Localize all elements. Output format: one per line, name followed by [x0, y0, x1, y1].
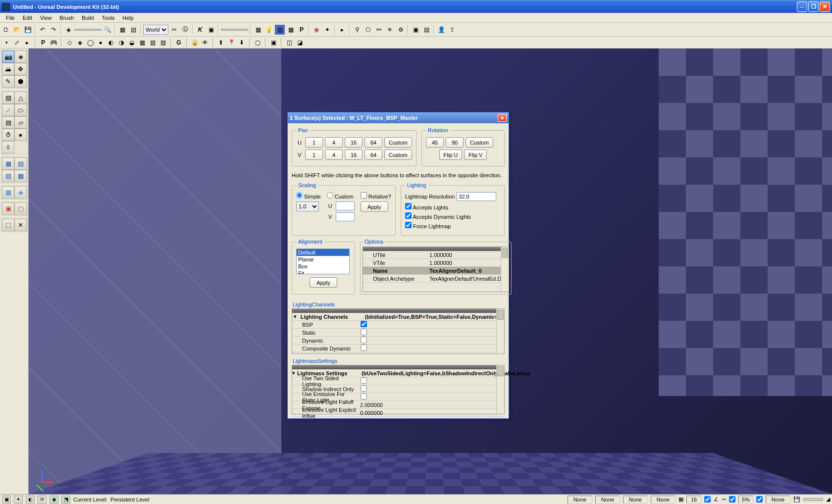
alignment-item-fit[interactable]: Fit — [297, 270, 349, 274]
chevron-right-icon[interactable]: ▸ — [23, 38, 32, 47]
pan-v-64-button[interactable]: 64 — [364, 150, 382, 160]
farplane-slider[interactable] — [221, 29, 248, 31]
pawn-icon[interactable]: ⚲ — [352, 25, 362, 35]
cone-brush-icon[interactable]: △ — [14, 92, 27, 104]
scaling-u-input[interactable] — [336, 202, 355, 210]
move-mode-icon[interactable]: ✥ — [14, 63, 27, 75]
sb-field-2[interactable]: None — [595, 496, 620, 504]
accepts-dynamic-checkbox[interactable]: Accepts Dynamic Lights — [405, 212, 471, 220]
pan-v-4-button[interactable]: 4 — [325, 150, 343, 160]
curvedstair-brush-icon[interactable]: ⟋ — [2, 104, 14, 116]
camera-loc-icon[interactable]: ⬇ — [237, 38, 246, 47]
sb-percent[interactable]: 5% — [738, 496, 753, 504]
open-icon[interactable]: 📂 — [12, 25, 22, 35]
cut-icon[interactable]: ✂ — [169, 25, 179, 35]
linearstair-brush-icon[interactable]: ▤ — [2, 116, 14, 129]
alignment-listbox[interactable]: Default Planar Box Fit — [296, 249, 350, 274]
game-icon[interactable]: 🎮 — [49, 38, 58, 47]
wireframe-icon[interactable]: ◇ — [65, 38, 74, 47]
csg-deintersect-icon[interactable]: ▩ — [14, 170, 27, 182]
lm-twosided-checkbox[interactable] — [361, 377, 367, 384]
sb-field-3[interactable]: None — [623, 496, 648, 504]
sb-check3[interactable] — [756, 496, 763, 503]
texture-mode-icon[interactable]: ✎ — [2, 75, 14, 88]
link-icon[interactable]: ⚯ — [374, 25, 384, 35]
sb-scale-icon[interactable]: ⬔ — [61, 496, 70, 504]
rotate-90-button[interactable]: 90 — [446, 137, 464, 148]
menu-edit[interactable]: Edit — [19, 14, 36, 22]
csg-subtract-icon[interactable]: ▧ — [14, 157, 27, 170]
rotate-custom-button[interactable]: Custom — [466, 137, 493, 148]
pan-u-64-button[interactable]: 64 — [364, 137, 382, 148]
sb-check1[interactable] — [704, 496, 711, 503]
close-button[interactable]: ✕ — [820, 1, 830, 12]
utile-val[interactable]: 1.000000 — [427, 252, 509, 258]
lightmap-density-icon[interactable]: ▨ — [158, 38, 167, 47]
matinee-icon[interactable]: ▣ — [206, 25, 216, 35]
lm-explicit-input[interactable] — [359, 408, 504, 417]
volumetric-brush-icon[interactable]: ◊ — [2, 141, 14, 153]
mesh-paint-icon[interactable]: ⬢ — [14, 75, 27, 88]
lm-shadow-checkbox[interactable] — [361, 385, 367, 392]
lc-dynamic-checkbox[interactable] — [361, 337, 367, 343]
pan-u-16-button[interactable]: 16 — [345, 137, 363, 148]
eye-icon[interactable]: 👁 — [201, 38, 209, 47]
vtile-val[interactable]: 1.000000 — [427, 260, 509, 266]
lc-composite-checkbox[interactable] — [361, 345, 367, 351]
sb-field-4[interactable]: None — [651, 496, 676, 504]
hide-selected-icon[interactable]: ▢ — [14, 202, 27, 215]
select-all-icon[interactable]: ✕ — [14, 219, 27, 231]
sb-none-end[interactable]: None — [766, 496, 790, 504]
sb-check2[interactable] — [729, 496, 735, 503]
minimize-button[interactable]: ─ — [797, 1, 807, 12]
transform-slider[interactable] — [74, 29, 102, 31]
scaling-value-dropdown[interactable]: 1.0 — [296, 202, 319, 211]
sb-autosave-icon[interactable]: 💾 — [793, 496, 800, 503]
build-all-icon[interactable]: P — [297, 25, 307, 35]
volume-brush-icon[interactable]: ◈ — [14, 186, 27, 199]
rotate-45-button[interactable]: 45 — [426, 137, 444, 148]
build-geom-icon[interactable]: ▦ — [253, 25, 263, 35]
texture-density-icon[interactable]: ▦ — [138, 38, 147, 47]
maximize-button[interactable]: ❐ — [808, 1, 819, 12]
sb-stream-icon[interactable]: ⟳ — [38, 496, 47, 504]
pan-v-1-button[interactable]: 1 — [305, 150, 323, 160]
user-icon[interactable]: 👤 — [436, 25, 446, 35]
dialog-close-button[interactable]: ✕ — [498, 114, 507, 122]
pan-u-custom-button[interactable]: Custom — [384, 137, 412, 148]
spiralstair-brush-icon[interactable]: ⥀ — [2, 129, 14, 141]
unreal-icon[interactable]: Ⓤ — [180, 25, 190, 35]
pan-u-4-button[interactable]: 4 — [325, 137, 343, 148]
sb-prefab-icon[interactable]: ▣ — [2, 496, 11, 504]
build-paths-icon[interactable]: ▨ — [275, 25, 285, 35]
expand-lc-icon[interactable]: ▾ — [292, 313, 299, 320]
lm-emissive-checkbox[interactable] — [361, 393, 367, 400]
undo-icon[interactable]: ↶ — [38, 25, 48, 35]
menu-brush[interactable]: Brush — [55, 14, 78, 22]
detail-light-icon[interactable]: ◐ — [106, 38, 115, 47]
lm-scrollbar[interactable] — [496, 365, 504, 414]
layers-icon[interactable]: ▣ — [411, 25, 420, 35]
lc-bsp-checkbox[interactable] — [361, 321, 367, 327]
camera-pin-icon[interactable]: 📍 — [227, 38, 236, 47]
scaling-simple-radio[interactable]: Simple — [296, 192, 321, 200]
alignment-item-planar[interactable]: Planar — [297, 256, 349, 263]
light-complexity-icon[interactable]: ◒ — [127, 38, 136, 47]
build-lighting-icon[interactable]: 💡 — [264, 25, 274, 35]
lightmap-res-input[interactable] — [457, 192, 496, 201]
flip-v-button[interactable]: Flip V — [464, 150, 487, 160]
new-icon[interactable]: 🗋 — [1, 25, 11, 35]
options-scrollbar[interactable] — [501, 247, 509, 292]
cube-brush-icon[interactable]: ▧ — [2, 92, 14, 104]
alignment-item-box[interactable]: Box — [297, 263, 349, 270]
sheet-brush-icon[interactable]: ▱ — [14, 116, 27, 129]
special-brush-icon[interactable]: ▦ — [2, 186, 14, 199]
terrain-mode-icon[interactable]: ⛰ — [2, 63, 14, 75]
scaling-relative-checkbox[interactable]: Relative? — [361, 192, 391, 200]
scaling-custom-radio[interactable]: Custom — [327, 192, 354, 200]
menu-help[interactable]: Help — [118, 14, 138, 22]
camera-speed-icon[interactable]: ⬆ — [216, 38, 225, 47]
csg-intersect-icon[interactable]: ▨ — [2, 170, 14, 182]
menu-tools[interactable]: Tools — [98, 14, 119, 22]
pan-u-1-button[interactable]: 1 — [305, 137, 323, 148]
